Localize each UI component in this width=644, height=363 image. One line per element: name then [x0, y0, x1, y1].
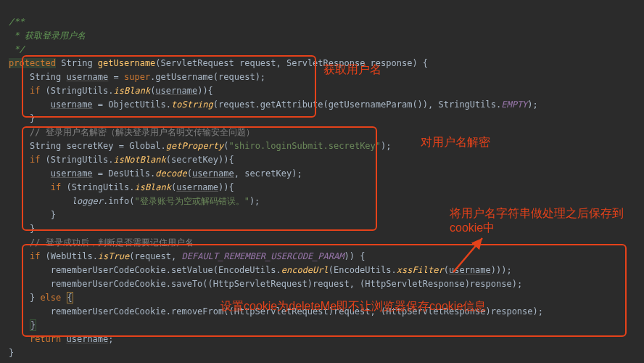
- code-line: }: [9, 210, 56, 220]
- code-line: // 登录用户名解密（解决登录用户名明文传输安全问题）: [9, 127, 255, 137]
- code-line: }: [9, 113, 35, 123]
- code-line: }: [9, 348, 14, 358]
- code-line: username = ObjectUtils.toString(request.…: [9, 99, 538, 110]
- code-line: }: [9, 319, 36, 331]
- annotation-text-3: 将用户名字符串做处理之后保存到cookie中: [450, 206, 638, 235]
- code-line: return username;: [9, 334, 114, 344]
- annotation-text-1: 获取用户名: [323, 62, 381, 77]
- doc-comment-line: * 获取登录用户名: [9, 30, 86, 41]
- code-line: String username = super.getUsername(requ…: [9, 72, 265, 82]
- code-line: if (WebUtils.isTrue(request, DEFAULT_REM…: [9, 251, 365, 261]
- code-line: if (StringUtils.isBlank(username)){: [9, 182, 234, 192]
- code-line: String secretKey = Global.getProperty("s…: [9, 141, 392, 151]
- code-line: logger.info("登录账号为空或解码错误。");: [9, 196, 260, 206]
- code-line: rememberUserCodeCookie.setValue(EncodeUt…: [9, 265, 512, 275]
- code-line: }: [9, 224, 35, 234]
- doc-comment-line: */: [9, 44, 25, 54]
- code-line: // 登录成功后，判断是否需要记住用户名: [9, 237, 194, 248]
- code-line: } else {: [9, 292, 73, 303]
- annotation-text-2: 对用户名解密: [421, 135, 490, 150]
- code-line: username = DesUtils.decode(username, sec…: [9, 168, 302, 179]
- annotation-text-4: 设置cookie为deleteMe即不让浏览器保存cookie信息: [220, 299, 525, 314]
- code-line: if (StringUtils.isBlank(username)){: [9, 86, 213, 96]
- doc-comment-line: /**: [9, 17, 25, 27]
- code-line: rememberUserCodeCookie.saveTo((HttpServl…: [9, 279, 522, 289]
- code-line: if (StringUtils.isNotBlank(secretKey)){: [9, 155, 234, 165]
